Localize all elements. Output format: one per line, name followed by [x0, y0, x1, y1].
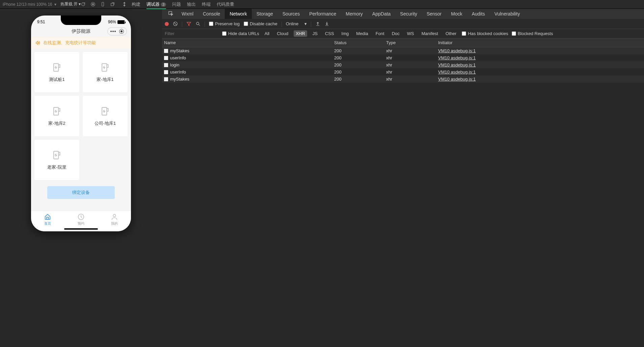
phone-frame: 9:51 96% 伊莎能源 在线监测、充电统计等功能 [31, 16, 131, 231]
col-type[interactable]: Type [386, 40, 438, 45]
popout-icon[interactable] [110, 2, 115, 7]
disable-cache-checkbox[interactable]: Disable cache [244, 21, 277, 26]
top-toolbar: iPhone 12/13 mini 100% 16 ▾ 热重载 开 ▾ 构建 调… [0, 0, 644, 9]
chip-ws[interactable]: WS [405, 30, 416, 37]
file-icon [164, 77, 168, 81]
dt-tab-performance[interactable]: Performance [304, 9, 341, 19]
charger-icon [100, 106, 111, 117]
preserve-log-checkbox[interactable]: Preserve log [209, 21, 240, 26]
device-card[interactable]: 家-地库2 [34, 96, 79, 136]
clear-icon[interactable] [173, 21, 178, 26]
chip-other[interactable]: Other [444, 30, 459, 37]
chip-xhr[interactable]: XHR [294, 30, 307, 37]
charger-icon [51, 149, 63, 161]
dt-tab-security[interactable]: Security [395, 9, 422, 19]
status-battery-pct: 96% [108, 20, 116, 24]
dt-tab-audits[interactable]: Audits [467, 9, 490, 19]
blocked-requests-checkbox[interactable]: Blocked Requests [512, 31, 553, 36]
charger-icon [51, 62, 63, 73]
status-time: 9:51 [37, 20, 45, 24]
collapse-icon[interactable] [122, 2, 127, 7]
dt-tab-vulnerability[interactable]: Vulnerability [490, 9, 525, 19]
dt-tab-mock[interactable]: Mock [446, 9, 467, 19]
initiator-link[interactable]: VM10 asdebug.js:1 [438, 55, 476, 60]
tabbar-appointment[interactable]: 预约 [64, 213, 98, 226]
svg-rect-9 [47, 217, 49, 219]
tab-output[interactable]: 输出 [187, 1, 196, 7]
chip-js[interactable]: JS [311, 30, 320, 37]
dt-tab-sensor[interactable]: Sensor [422, 9, 446, 19]
initiator-link[interactable]: VM10 asdebug.js:1 [438, 48, 476, 53]
devtools-pane: Wxml Console Network Storage Sources Per… [162, 9, 644, 347]
chip-manifest[interactable]: Manifest [420, 30, 440, 37]
svg-point-14 [196, 22, 199, 25]
initiator-link[interactable]: VM10 asdebug.js:1 [438, 62, 476, 67]
table-row[interactable]: userInfo200xhrVM10 asdebug.js:1 [162, 54, 644, 61]
chip-font[interactable]: Font [374, 30, 386, 37]
col-name[interactable]: Name [162, 40, 334, 45]
bind-device-button[interactable]: 绑定设备 [47, 186, 115, 199]
table-row[interactable]: login200xhrVM10 asdebug.js:1 [162, 61, 644, 68]
record-button[interactable] [165, 22, 169, 26]
hide-data-urls-checkbox[interactable]: Hide data URLs [222, 31, 259, 36]
download-icon[interactable] [324, 21, 329, 26]
notice-bar[interactable]: 在线监测、充电统计等功能 [31, 37, 131, 49]
device-card[interactable]: 老家-院里 [34, 140, 79, 180]
tabbar-home[interactable]: 首页 [31, 213, 64, 226]
tab-problems[interactable]: 问题 [172, 1, 181, 7]
simulator-pane: 9:51 96% 伊莎能源 在线监测、充电统计等功能 [0, 9, 162, 347]
capsule-button[interactable] [107, 27, 127, 35]
more-icon[interactable] [110, 31, 116, 32]
close-mini-icon[interactable] [119, 29, 124, 34]
app-header: 伊莎能源 [31, 26, 131, 37]
file-icon [164, 49, 168, 53]
tab-terminal[interactable]: 终端 [202, 1, 211, 7]
upload-icon[interactable] [315, 21, 320, 26]
refresh-icon[interactable] [81, 2, 86, 7]
table-header: Name Status Type Initiator [162, 38, 644, 47]
dt-tab-network[interactable]: Network [225, 9, 251, 19]
device-card[interactable]: 公司-地库1 [83, 96, 128, 136]
chip-doc[interactable]: Doc [390, 30, 402, 37]
user-icon [111, 213, 118, 221]
blocked-cookies-checkbox[interactable]: Has blocked cookies [462, 31, 508, 36]
initiator-link[interactable]: VM10 asdebug.js:1 [438, 77, 476, 82]
table-row[interactable]: myStakes200xhrVM10 asdebug.js:1 [162, 47, 644, 54]
file-icon [164, 70, 168, 74]
home-icon [44, 213, 51, 221]
hot-reload-toggle[interactable]: 热重载 开 ▾ [60, 1, 81, 7]
filter-input[interactable] [165, 31, 219, 36]
device-selector[interactable]: iPhone 12/13 mini 100% 16 ▾ [3, 2, 56, 7]
device-card[interactable]: 家-地库1 [83, 52, 128, 92]
tabbar-mine[interactable]: 我的 [98, 213, 131, 226]
dt-tab-console[interactable]: Console [198, 9, 225, 19]
stop-icon[interactable] [90, 2, 96, 7]
chip-img[interactable]: Img [340, 30, 351, 37]
tab-debugger[interactable]: 调试器3 [146, 1, 166, 7]
chip-all[interactable]: All [263, 30, 271, 37]
network-filter-row: Hide data URLs All Cloud XHR JS CSS Img … [162, 29, 644, 38]
battery-icon [117, 20, 125, 24]
device-card[interactable]: 测试桩1 [34, 52, 79, 92]
device-icon[interactable] [100, 2, 105, 7]
col-initiator[interactable]: Initiator [438, 40, 644, 45]
inspect-icon[interactable] [165, 11, 177, 17]
table-row[interactable]: userInfo200xhrVM10 asdebug.js:1 [162, 68, 644, 76]
chip-cloud[interactable]: Cloud [275, 30, 290, 37]
tab-build[interactable]: 构建 [132, 1, 140, 7]
dt-tab-wxml[interactable]: Wxml [177, 9, 198, 19]
col-status[interactable]: Status [334, 40, 386, 45]
dt-tab-memory[interactable]: Memory [341, 9, 368, 19]
dt-tab-sources[interactable]: Sources [278, 9, 304, 19]
chip-css[interactable]: CSS [323, 30, 336, 37]
table-row[interactable]: myStakes200xhrVM10 asdebug.js:1 [162, 76, 644, 83]
chip-media[interactable]: Media [354, 30, 370, 37]
tab-codequality[interactable]: 代码质量 [217, 1, 234, 7]
clock-icon [77, 213, 85, 221]
filter-icon[interactable] [186, 21, 191, 26]
initiator-link[interactable]: VM10 asdebug.js:1 [438, 69, 476, 75]
search-icon[interactable] [195, 21, 200, 26]
dt-tab-appdata[interactable]: AppData [368, 9, 395, 19]
dt-tab-storage[interactable]: Storage [252, 9, 278, 19]
throttle-select[interactable]: Online▾ [286, 21, 307, 26]
